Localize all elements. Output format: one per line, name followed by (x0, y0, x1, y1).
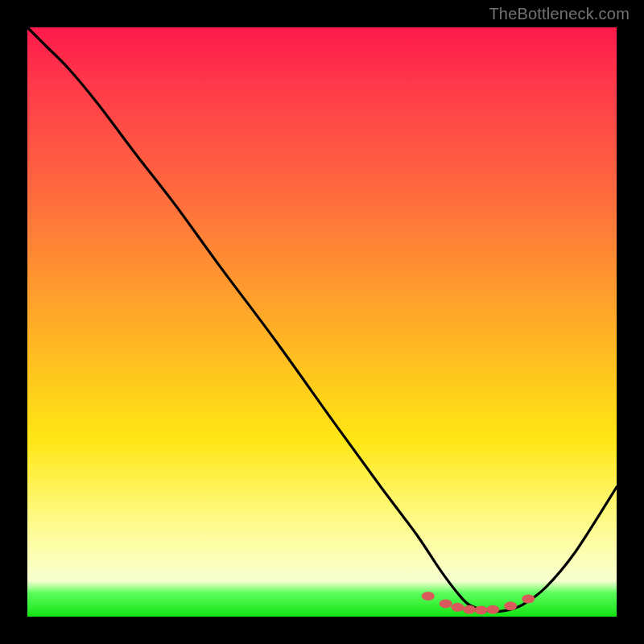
chart-frame: TheBottleneck.com (0, 0, 644, 644)
curve-svg (27, 27, 617, 617)
min-marker (486, 605, 499, 614)
min-marker (440, 599, 452, 608)
min-marker (422, 592, 435, 601)
min-markers (422, 592, 535, 615)
min-marker (475, 605, 488, 614)
min-marker (463, 605, 476, 614)
plot-area (27, 27, 617, 617)
min-marker (504, 601, 517, 610)
min-marker (522, 595, 535, 604)
bottleneck-curve (27, 27, 617, 612)
min-marker (451, 603, 464, 612)
watermark-text: TheBottleneck.com (489, 5, 630, 23)
